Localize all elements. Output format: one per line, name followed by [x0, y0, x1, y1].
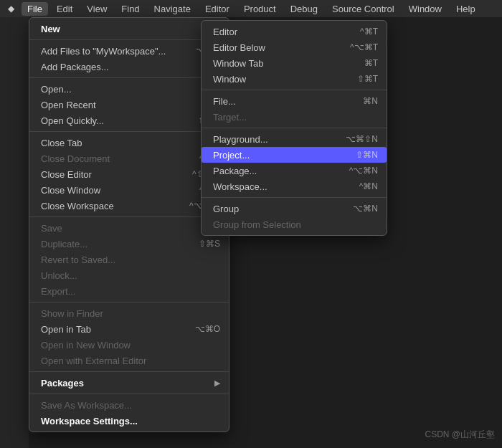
- submenu-item-target[interactable]: Target...: [202, 109, 387, 125]
- submenu-item-file[interactable]: File... ⌘N: [202, 93, 387, 109]
- menu-item-show-finder[interactable]: Show in Finder: [29, 305, 229, 321]
- menubar: ◆ File Edit View Find Navigate Editor Pr…: [0, 0, 502, 17]
- menu-item-save-workspace[interactable]: Save As Workspace...: [29, 397, 229, 413]
- submenu-item-target-label: Target...: [213, 112, 378, 123]
- menu-item-new-label: New: [41, 24, 214, 34]
- submenu-item-group-shortcut: ⌥⌘N: [353, 204, 378, 214]
- watermark: CSDN @山河丘壑: [425, 429, 495, 441]
- menu-item-new[interactable]: New ▶: [29, 21, 229, 37]
- menu-item-unlock[interactable]: Unlock...: [29, 267, 229, 283]
- menubar-item-file[interactable]: File: [22, 2, 48, 16]
- menubar-item-editor[interactable]: Editor: [199, 2, 235, 16]
- menu-item-close-workspace[interactable]: Close Workspace ^⌥⌘W: [29, 198, 229, 214]
- submenu-item-workspace-label: Workspace...: [213, 181, 359, 192]
- menu-item-save-workspace-label: Save As Workspace...: [41, 400, 220, 411]
- menu-item-add-packages[interactable]: Add Packages...: [29, 59, 229, 75]
- menu-item-add-files[interactable]: Add Files to "MyWorkspace"... ⌥⌘A: [29, 43, 229, 59]
- separator-6: [29, 371, 229, 372]
- menubar-item-find[interactable]: Find: [115, 2, 145, 16]
- menu-item-duplicate-label: Duplicate...: [41, 239, 184, 249]
- menu-item-packages-label: Packages: [41, 378, 214, 389]
- menu-item-packages[interactable]: Packages ▶: [29, 375, 229, 391]
- submenu-item-project-label: Project...: [213, 150, 356, 161]
- menu-item-workspace-settings[interactable]: Workspace Settings...: [29, 413, 229, 429]
- menu-item-open-tab-shortcut: ⌥⌘O: [195, 324, 220, 334]
- submenu-item-package[interactable]: Package... ^⌥⌘N: [202, 163, 387, 178]
- menu-item-open-tab-label: Open in Tab: [41, 324, 181, 335]
- menubar-item-navigate[interactable]: Navigate: [148, 2, 196, 16]
- menu-item-close-editor[interactable]: Close Editor ^⇧⌘W: [29, 166, 229, 182]
- menu-item-open-external[interactable]: Open with External Editor: [29, 353, 229, 368]
- menubar-item-edit[interactable]: Edit: [51, 2, 78, 16]
- submenu-item-workspace[interactable]: Workspace... ^⌘N: [202, 178, 387, 194]
- app-logo: ◆: [6, 4, 16, 14]
- submenu-item-group-label: Group: [213, 204, 353, 214]
- menu-item-export-label: Export...: [41, 286, 220, 297]
- menu-item-open-recent[interactable]: Open Recent ▶: [29, 97, 229, 113]
- submenu-item-file-label: File...: [213, 96, 363, 107]
- menu-item-unlock-label: Unlock...: [41, 270, 220, 281]
- file-menu: New ▶ Add Files to "MyWorkspace"... ⌥⌘A …: [29, 17, 229, 432]
- submenu-item-group-from-selection-label: Group from Selection: [213, 219, 378, 230]
- submenu-item-window-tab-label: Window Tab: [213, 58, 364, 69]
- menu-item-close-window[interactable]: Close Window ^⌘W: [29, 182, 229, 198]
- submenu-item-group-from-selection[interactable]: Group from Selection: [202, 216, 387, 232]
- submenu-item-package-label: Package...: [213, 166, 349, 176]
- submenu-item-workspace-shortcut: ^⌘N: [359, 181, 378, 191]
- separator-5: [29, 302, 229, 302]
- menubar-item-debug[interactable]: Debug: [285, 2, 323, 16]
- menu-item-save-label: Save: [41, 223, 191, 234]
- sidebar: [0, 17, 29, 448]
- main-content: New ▶ Add Files to "MyWorkspace"... ⌥⌘A …: [0, 17, 502, 448]
- menu-item-duplicate[interactable]: Duplicate... ⇧⌘S: [29, 236, 229, 252]
- new-submenu: Editor ^⌘T Editor Below ^⌥⌘T Window Tab …: [201, 20, 387, 236]
- packages-arrow-icon: ▶: [214, 378, 220, 388]
- submenu-separator-1: [202, 90, 387, 90]
- menu-item-close-editor-label: Close Editor: [41, 169, 178, 180]
- menubar-item-window[interactable]: Window: [403, 2, 447, 16]
- menu-item-show-finder-label: Show in Finder: [41, 308, 220, 319]
- menu-item-open-quickly-label: Open Quickly...: [41, 115, 184, 126]
- menu-item-open-label: Open...: [41, 84, 191, 95]
- menu-item-add-packages-label: Add Packages...: [41, 62, 220, 72]
- menu-item-close-workspace-label: Close Workspace: [41, 201, 175, 211]
- submenu-item-window-label: Window: [213, 74, 357, 85]
- menubar-item-product[interactable]: Product: [238, 2, 282, 16]
- menubar-item-view[interactable]: View: [81, 2, 113, 16]
- menu-item-close-document-label: Close Document: [41, 153, 185, 164]
- menubar-item-help[interactable]: Help: [450, 2, 481, 16]
- submenu-item-window-shortcut: ⇧⌘T: [357, 74, 378, 84]
- submenu-item-window-tab-shortcut: ⌘T: [364, 58, 378, 68]
- submenu-item-editor-label: Editor: [213, 27, 360, 37]
- menu-item-open-tab[interactable]: Open in Tab ⌥⌘O: [29, 321, 229, 337]
- menu-item-open-new-window[interactable]: Open in New Window: [29, 337, 229, 353]
- menu-item-open[interactable]: Open... ⌘O: [29, 81, 229, 97]
- separator-2: [29, 77, 229, 78]
- submenu-item-editor-below[interactable]: Editor Below ^⌥⌘T: [202, 39, 387, 55]
- menu-item-workspace-settings-label: Workspace Settings...: [41, 416, 220, 426]
- menu-item-close-document[interactable]: Close Document ^⌘W: [29, 151, 229, 166]
- separator-1: [29, 39, 229, 40]
- submenu-item-editor-shortcut: ^⌘T: [360, 27, 378, 37]
- menubar-item-source-control[interactable]: Source Control: [326, 2, 400, 16]
- submenu-item-window-tab[interactable]: Window Tab ⌘T: [202, 55, 387, 71]
- menu-item-open-quickly[interactable]: Open Quickly... ⇧⌘O: [29, 113, 229, 128]
- menu-item-open-external-label: Open with External Editor: [41, 356, 220, 366]
- submenu-item-window[interactable]: Window ⇧⌘T: [202, 71, 387, 87]
- submenu-item-editor[interactable]: Editor ^⌘T: [202, 24, 387, 39]
- submenu-item-playground[interactable]: Playground... ⌥⌘⇧N: [202, 131, 387, 147]
- submenu-item-file-shortcut: ⌘N: [363, 96, 378, 106]
- menu-item-export[interactable]: Export...: [29, 283, 229, 299]
- menu-item-save[interactable]: Save ⌘S: [29, 220, 229, 236]
- menu-item-revert[interactable]: Revert to Saved...: [29, 252, 229, 267]
- menu-item-close-tab-label: Close Tab: [41, 138, 189, 148]
- menu-item-close-tab[interactable]: Close Tab ⌘W: [29, 135, 229, 151]
- submenu-item-editor-below-shortcut: ^⌥⌘T: [350, 42, 378, 52]
- submenu-item-package-shortcut: ^⌥⌘N: [349, 166, 378, 176]
- separator-3: [29, 131, 229, 132]
- separator-4: [29, 216, 229, 217]
- menu-item-revert-label: Revert to Saved...: [41, 254, 220, 265]
- submenu-item-group[interactable]: Group ⌥⌘N: [202, 201, 387, 216]
- menu-item-open-new-window-label: Open in New Window: [41, 340, 220, 351]
- submenu-item-project[interactable]: Project... ⇧⌘N: [202, 147, 387, 163]
